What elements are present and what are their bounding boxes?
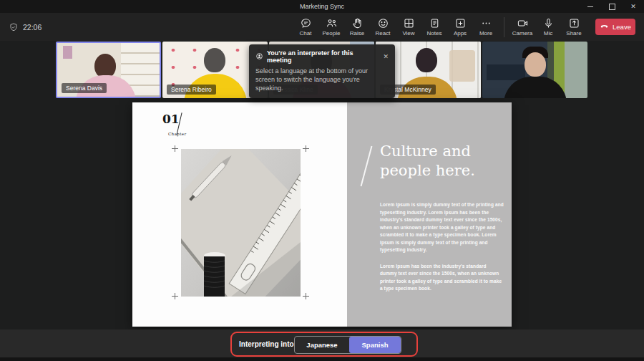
- view-icon: [403, 17, 415, 29]
- chapter-label: Chapter: [168, 132, 186, 136]
- interpreter-notification: You're an interpreter for this meeting ✕…: [249, 44, 395, 98]
- maximize-button[interactable]: [601, 0, 623, 13]
- titlebar: Marketing Sync ✕: [0, 0, 644, 13]
- chat-button[interactable]: Chat: [293, 17, 318, 37]
- document-paragraph: Lorem Ipsum has been the industry's stan…: [380, 263, 504, 293]
- participant-tile-unnamed[interactable]: [482, 42, 587, 98]
- document-paragraph: Lorem Ipsum is simply dummy text of the …: [380, 201, 504, 254]
- video-placeholder-art: [449, 50, 475, 82]
- notes-icon: [429, 17, 441, 29]
- react-icon: [377, 17, 389, 29]
- view-button[interactable]: View: [396, 17, 421, 37]
- crop-mark: [303, 145, 309, 152]
- more-icon: [480, 17, 492, 29]
- video-placeholder-art: [63, 46, 72, 59]
- minimize-icon: [587, 6, 593, 7]
- people-button[interactable]: People: [318, 17, 344, 37]
- participant-name-label: Serena Ribeiro: [167, 85, 216, 95]
- mic-icon: [542, 17, 555, 29]
- participant-tile-serena-davis[interactable]: Serena Davis: [56, 42, 161, 98]
- raise-hand-button[interactable]: Raise: [344, 17, 370, 37]
- document-body: Lorem Ipsum is simply dummy text of the …: [380, 201, 504, 302]
- more-button[interactable]: More: [473, 17, 499, 37]
- meeting-toolbar: 22:06 Chat People Raise React View: [0, 13, 644, 41]
- close-button[interactable]: ✕: [623, 0, 644, 13]
- avatar: [94, 54, 116, 78]
- video-placeholder-art: [487, 64, 525, 80]
- toolbar-divider: [504, 17, 504, 37]
- window-controls: ✕: [580, 0, 644, 13]
- notes-button[interactable]: Notes: [421, 17, 447, 37]
- crop-mark: [303, 293, 309, 299]
- mic-button[interactable]: Mic: [535, 17, 561, 37]
- language-toggle: Japanese Spanish: [294, 336, 401, 354]
- people-icon: [326, 17, 338, 29]
- meeting-timer: 22:06: [9, 22, 42, 32]
- avatar: [525, 52, 546, 77]
- notification-title: You're an interpreter for this meeting: [267, 49, 379, 64]
- headline-slash: [361, 146, 372, 186]
- teams-meeting-window: Marketing Sync ✕ 22:06 Chat People: [0, 0, 644, 361]
- crop-mark: [172, 145, 178, 152]
- react-button[interactable]: React: [370, 17, 396, 37]
- language-spanish-button[interactable]: Spanish: [349, 337, 401, 353]
- camera-button[interactable]: Camera: [509, 17, 535, 37]
- chapter-number: 01: [162, 112, 180, 126]
- hangup-icon: [600, 21, 609, 32]
- avatar: [416, 48, 437, 72]
- share-button[interactable]: Share: [561, 17, 587, 37]
- shared-content: 01 Chapter: [132, 102, 512, 327]
- maximize-icon: [609, 4, 615, 10]
- timer-value: 22:06: [23, 23, 42, 32]
- apps-button[interactable]: Apps: [447, 17, 473, 37]
- interpreter-icon: [255, 50, 263, 63]
- chat-icon: [300, 17, 312, 29]
- minimize-button[interactable]: [580, 0, 601, 13]
- toolbar-buttons: Chat People Raise React View Notes: [293, 17, 635, 37]
- notification-close-button[interactable]: ✕: [383, 54, 389, 60]
- language-japanese-button[interactable]: Japanese: [295, 337, 349, 353]
- document-page-right: Culture and people here. Lorem Ipsum is …: [347, 102, 512, 327]
- meeting-stage: Serena Davis Serena Ribeiro Jessica Klin…: [0, 41, 644, 329]
- apps-icon: [454, 17, 467, 29]
- document-page-left: 01 Chapter: [132, 102, 347, 327]
- interpreter-bar: Interpreting into Japanese Spanish: [0, 329, 644, 361]
- participant-name-label: Serena Davis: [62, 83, 107, 93]
- camera-icon: [517, 17, 529, 29]
- shield-check-icon: [9, 22, 19, 32]
- share-icon: [568, 17, 580, 29]
- leave-button[interactable]: Leave: [595, 19, 635, 35]
- interpreting-into-label: Interpreting into: [239, 340, 294, 348]
- crop-mark: [172, 293, 178, 299]
- raise-hand-icon: [351, 17, 364, 29]
- document-headline: Culture and people here.: [380, 142, 494, 181]
- avatar: [204, 48, 225, 72]
- sewing-tools-photo: [181, 149, 301, 297]
- window-title: Marketing Sync: [300, 3, 344, 10]
- close-icon: ✕: [630, 3, 636, 10]
- notification-body: Select a language at the bottom of your …: [255, 67, 389, 92]
